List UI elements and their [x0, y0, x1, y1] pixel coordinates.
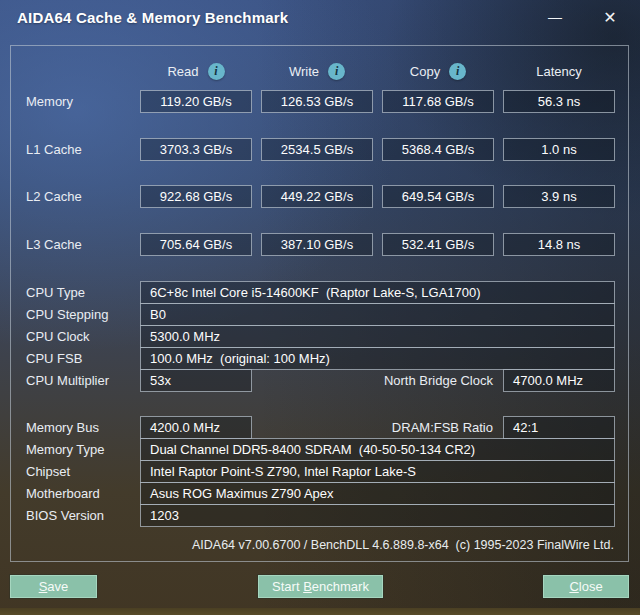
chipset-label: Chipset — [26, 460, 70, 483]
memory-latency-box: 56.3 ns — [503, 90, 615, 113]
close-button-mnemonic: C — [569, 579, 578, 594]
l1-write-box: 2534.5 GB/s — [261, 138, 373, 161]
l3-cache-row-label: L3 Cache — [26, 233, 82, 256]
l3-read-box: 705.64 GB/s — [140, 233, 252, 256]
column-header-read: Read i — [140, 61, 252, 81]
read-info-icon[interactable]: i — [208, 63, 225, 80]
close-icon: ✕ — [603, 8, 616, 27]
minimize-button[interactable]: — — [540, 4, 570, 30]
motherboard-label: Motherboard — [26, 482, 100, 505]
l1-latency-box: 1.0 ns — [503, 138, 615, 161]
start-benchmark-mnemonic: B — [303, 579, 312, 594]
close-button-label-post: lose — [579, 579, 603, 594]
cpu-fsb-value: 100.0 MHz (original: 100 MHz) — [140, 347, 615, 370]
l2-cache-row-label: L2 Cache — [26, 185, 82, 208]
column-header-latency-label: Latency — [536, 64, 582, 79]
start-benchmark-label-pre: Start — [272, 579, 303, 594]
column-header-latency: Latency — [503, 61, 615, 81]
memory-type-label: Memory Type — [26, 438, 105, 461]
dram-fsb-ratio-label: DRAM:FSB Ratio — [261, 416, 493, 439]
l2-write-box: 449.22 GB/s — [261, 185, 373, 208]
north-bridge-clock-value: 4700.0 MHz — [503, 369, 615, 392]
memory-bus-value: 4200.0 MHz — [140, 416, 252, 439]
window-title: AIDA64 Cache & Memory Benchmark — [17, 9, 288, 26]
chipset-value: Intel Raptor Point-S Z790, Intel Raptor … — [140, 460, 615, 483]
column-header-write-label: Write — [289, 64, 319, 79]
write-info-icon[interactable]: i — [328, 63, 345, 80]
l1-copy-box: 5368.4 GB/s — [382, 138, 494, 161]
save-button-mnemonic: S — [39, 579, 48, 594]
save-button-label-post: ave — [47, 579, 68, 594]
memory-write-box: 126.53 GB/s — [261, 90, 373, 113]
column-header-copy: Copy i — [382, 61, 494, 81]
save-button[interactable]: Save — [10, 575, 97, 598]
memory-bus-label: Memory Bus — [26, 416, 99, 439]
version-footer: AIDA64 v7.00.6700 / BenchDLL 4.6.889.8-x… — [111, 538, 614, 552]
memory-type-value: Dual Channel DDR5-8400 SDRAM (40-50-50-1… — [140, 438, 615, 461]
bios-version-value: 1203 — [140, 504, 615, 527]
bios-version-label: BIOS Version — [26, 504, 104, 527]
close-button[interactable]: Close — [543, 575, 629, 598]
benchmark-frame: Read i Write i Copy i Latency Memory 119… — [10, 45, 629, 562]
cpu-clock-value: 5300.0 MHz — [140, 325, 615, 348]
aida64-benchmark-window: AIDA64 Cache & Memory Benchmark — ✕ Read… — [0, 0, 640, 615]
start-benchmark-label-post: enchmark — [312, 579, 369, 594]
l1-cache-row-label: L1 Cache — [26, 138, 82, 161]
column-header-write: Write i — [261, 61, 373, 81]
start-benchmark-button[interactable]: Start Benchmark — [258, 575, 383, 598]
column-header-copy-label: Copy — [410, 64, 440, 79]
north-bridge-clock-label: North Bridge Clock — [261, 369, 493, 392]
memory-read-box: 119.20 GB/s — [140, 90, 252, 113]
l3-latency-box: 14.8 ns — [503, 233, 615, 256]
cpu-multiplier-value: 53x — [140, 369, 252, 392]
close-window-button[interactable]: ✕ — [595, 4, 625, 30]
cpu-clock-label: CPU Clock — [26, 325, 90, 348]
cpu-type-label: CPU Type — [26, 281, 85, 304]
bottom-edge-strip — [0, 608, 640, 615]
memory-copy-box: 117.68 GB/s — [382, 90, 494, 113]
cpu-multiplier-label: CPU Multiplier — [26, 369, 109, 392]
column-header-read-label: Read — [167, 64, 198, 79]
l1-read-box: 3703.3 GB/s — [140, 138, 252, 161]
l2-copy-box: 649.54 GB/s — [382, 185, 494, 208]
motherboard-value: Asus ROG Maximus Z790 Apex — [140, 482, 615, 505]
dram-fsb-ratio-value: 42:1 — [503, 416, 615, 439]
cpu-type-value: 6C+8c Intel Core i5-14600KF (Raptor Lake… — [140, 281, 615, 304]
minimize-icon: — — [548, 9, 562, 25]
cpu-fsb-label: CPU FSB — [26, 347, 82, 370]
l3-write-box: 387.10 GB/s — [261, 233, 373, 256]
cpu-stepping-value: B0 — [140, 303, 615, 326]
copy-info-icon[interactable]: i — [449, 63, 466, 80]
l2-latency-box: 3.9 ns — [503, 185, 615, 208]
l2-read-box: 922.68 GB/s — [140, 185, 252, 208]
l3-copy-box: 532.41 GB/s — [382, 233, 494, 256]
cpu-stepping-label: CPU Stepping — [26, 303, 108, 326]
memory-row-label: Memory — [26, 90, 73, 113]
